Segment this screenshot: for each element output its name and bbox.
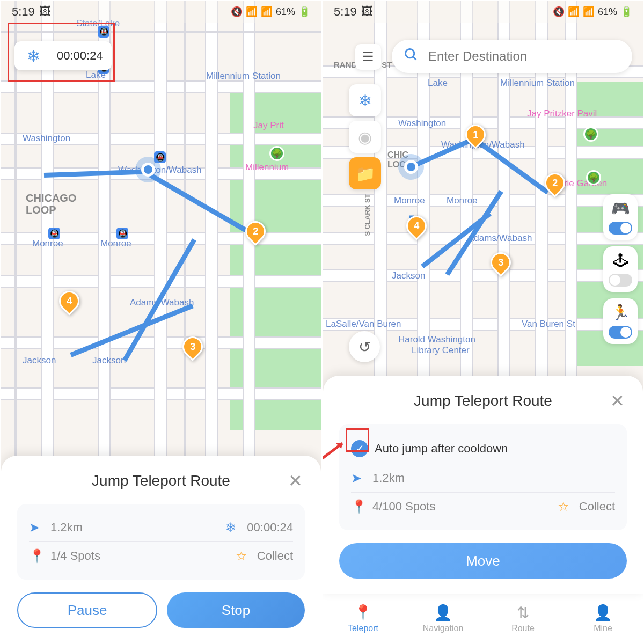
- spots-value: 4/100 Spots: [372, 500, 435, 514]
- screenshot-left: State/Lake Lake Millennium Station Washi…: [0, 0, 322, 644]
- gamepad-icon: 🎮: [611, 200, 630, 217]
- svg-line-1: [413, 56, 416, 60]
- waypoint-3[interactable]: 3: [182, 336, 203, 362]
- map-label: CHICAGO: [26, 192, 76, 204]
- teleport-panel: Jump Teleport Route ✕ ➤1.2km ❄00:00:24 📍…: [1, 456, 321, 643]
- menu-button[interactable]: ☰: [355, 44, 381, 70]
- battery-icon: 🔋: [298, 6, 310, 18]
- joystick-icon: 🕹: [613, 252, 628, 269]
- spots-icon: 📍: [351, 499, 366, 514]
- map-label: Washington: [398, 118, 446, 129]
- run-icon: 🏃: [611, 304, 630, 321]
- map-label: Jackson: [392, 270, 425, 281]
- distance-icon: ➤: [29, 520, 44, 535]
- pause-button[interactable]: Pause: [17, 592, 157, 628]
- screenshot-right: RANDOLPH ST Lake Millennium Station Wash…: [322, 0, 644, 644]
- highlight-box: [346, 428, 369, 452]
- status-bar: 5:19 🖼 🔇📶📶61%🔋: [323, 1, 643, 23]
- gamepad-tool[interactable]: 🎮: [603, 194, 638, 240]
- waypoint-4[interactable]: 4: [406, 216, 427, 241]
- map-label: Washington: [23, 133, 70, 144]
- collect-label[interactable]: Collect: [579, 500, 615, 514]
- collect-label[interactable]: Collect: [257, 549, 293, 563]
- spots-value: 1/4 Spots: [50, 549, 100, 563]
- wifi-icon: 📶: [568, 6, 580, 18]
- wifi-icon: 📶: [246, 6, 258, 18]
- map-label: Millennium Station: [206, 71, 281, 82]
- waypoint-1[interactable]: 1: [465, 125, 486, 150]
- autojump-label: Auto jump after cooldown: [375, 442, 508, 456]
- arrow-icon: [322, 439, 348, 462]
- gamepad-toggle[interactable]: [609, 222, 632, 235]
- map-label: Millennium Station: [500, 78, 575, 89]
- folder-button[interactable]: 📁: [349, 157, 381, 189]
- map-label: Millennium: [245, 162, 289, 173]
- signal-icon: 📶: [583, 6, 595, 18]
- map-label: Jackson: [23, 355, 56, 366]
- run-tool[interactable]: 🏃: [603, 298, 638, 344]
- waypoint-2[interactable]: 2: [545, 173, 565, 199]
- cooldown-value: 00:00:24: [247, 521, 293, 535]
- nav-teleport[interactable]: 📍 Teleport: [323, 594, 403, 643]
- waypoint-2[interactable]: 2: [245, 221, 266, 247]
- star-icon: ☆: [558, 499, 573, 514]
- waypoint-4[interactable]: 4: [59, 291, 79, 317]
- map-label: LaSalle/Van Buren: [326, 319, 401, 330]
- current-location-dot: [398, 154, 424, 180]
- cooldown-button[interactable]: ❄: [349, 84, 381, 116]
- clock: 5:19: [334, 5, 357, 19]
- undo-button[interactable]: ↺: [349, 331, 380, 362]
- transit-icon: 🚇: [48, 228, 60, 239]
- close-icon[interactable]: ✕: [608, 391, 627, 411]
- map-label: Harold Washington: [398, 334, 475, 345]
- joystick-toggle[interactable]: [609, 274, 632, 287]
- waypoint-3[interactable]: 3: [491, 252, 511, 278]
- nav-navigation[interactable]: 👤 Navigation: [403, 594, 483, 643]
- route-info: ✓ Auto jump after cooldown ➤1.2km 📍4/100…: [339, 424, 627, 530]
- park-poi-icon: 🌳: [583, 127, 598, 142]
- current-location-dot: [135, 157, 161, 182]
- nav-mine[interactable]: 👤 Mine: [563, 594, 643, 643]
- battery-text: 61%: [276, 6, 295, 18]
- move-button[interactable]: Move: [339, 543, 627, 579]
- map-label: Van Buren St: [522, 319, 575, 330]
- teleport-icon: 📍: [354, 604, 372, 621]
- route-info: ➤1.2km ❄00:00:24 📍1/4 Spots ☆Collect: [17, 504, 305, 580]
- highlight-box: [8, 23, 115, 82]
- transit-icon: 🚇: [116, 228, 128, 239]
- run-toggle[interactable]: [609, 326, 632, 339]
- panel-title: Jump Teleport Route: [358, 392, 608, 409]
- svg-point-0: [406, 49, 414, 57]
- map-label: Monroe: [447, 195, 478, 206]
- bottom-nav: 📍 Teleport 👤 Navigation ⇅ Route 👤 Mine: [323, 594, 643, 643]
- star-icon: ☆: [236, 548, 251, 564]
- clock: 5:19: [12, 5, 35, 19]
- pokemon-button[interactable]: ◉: [349, 121, 381, 153]
- profile-icon: 👤: [594, 604, 612, 621]
- signal-icon: 📶: [261, 6, 273, 18]
- map-label: Lake: [428, 78, 448, 89]
- search-bar[interactable]: [392, 40, 632, 73]
- mute-icon: 🔇: [231, 6, 243, 18]
- map-label: Jay Prit: [253, 120, 284, 131]
- distance-value: 1.2km: [50, 521, 83, 535]
- close-icon[interactable]: ✕: [286, 471, 305, 491]
- map-label: Monroe: [100, 238, 131, 249]
- map-label: Adams/Wabash: [468, 233, 532, 244]
- snowflake-icon: ❄: [225, 520, 240, 535]
- picture-icon: 🖼: [361, 5, 373, 19]
- nav-route[interactable]: ⇅ Route: [483, 594, 563, 643]
- map-label: LOOP: [26, 204, 56, 216]
- picture-icon: 🖼: [39, 5, 51, 19]
- map-label: Jay Pritzker Pavil: [527, 108, 597, 119]
- map-label: Library Center: [412, 345, 470, 356]
- map-label: Jackson: [92, 355, 126, 366]
- right-tools: 🎮 🕹 🏃: [603, 194, 638, 344]
- spots-icon: 📍: [29, 548, 44, 564]
- map-label: Monroe: [32, 238, 63, 249]
- destination-input[interactable]: [428, 49, 620, 64]
- navigation-icon: 👤: [434, 604, 452, 621]
- stop-button[interactable]: Stop: [167, 592, 305, 628]
- map-label: S CLARK ST: [363, 194, 371, 236]
- joystick-tool[interactable]: 🕹: [603, 246, 638, 292]
